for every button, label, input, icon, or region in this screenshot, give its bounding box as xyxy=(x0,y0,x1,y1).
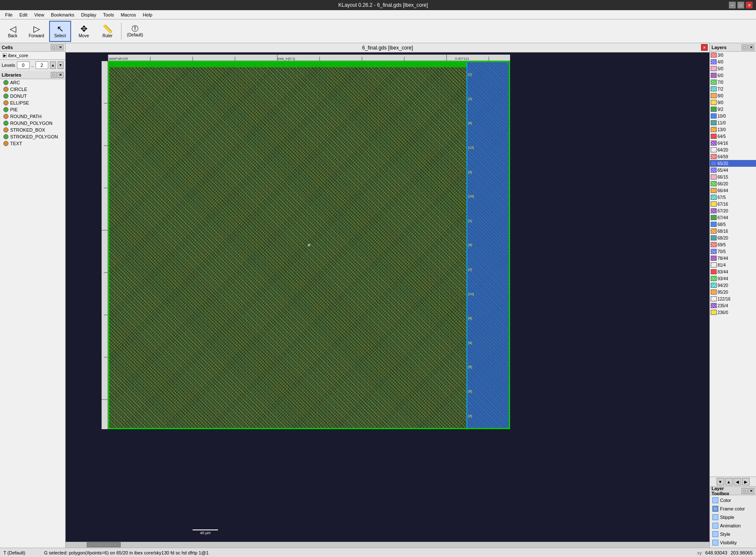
layer-item-68-16[interactable]: 68/16 xyxy=(710,228,756,234)
lib-item-text[interactable]: TEXT xyxy=(0,140,65,147)
menu-edit[interactable]: Edit xyxy=(16,11,31,18)
scrollbar-thumb[interactable] xyxy=(87,542,121,547)
layer-item-236-0[interactable]: 236/0 xyxy=(710,309,756,316)
layer-item-67-20[interactable]: 67/20 xyxy=(710,207,756,214)
layer-item-66-44[interactable]: 66/44 xyxy=(710,187,756,194)
forward-button[interactable]: ▷ Forward xyxy=(25,21,47,42)
layer-item-235-4[interactable]: 235/4 xyxy=(710,302,756,309)
cells-expand-btn[interactable]: □ xyxy=(51,44,57,50)
lib-item-pie[interactable]: PIE xyxy=(0,106,65,113)
layer-item-9-0[interactable]: 9/0 xyxy=(710,99,756,106)
menu-help[interactable]: Help xyxy=(139,11,156,18)
layer-item-64-5[interactable]: 64/5 xyxy=(710,133,756,140)
layer-item-67-5[interactable]: 67/5 xyxy=(710,194,756,201)
layer-label-64-5: 64/5 xyxy=(717,134,726,139)
layer-item-70-5[interactable]: 70/5 xyxy=(710,248,756,255)
levels-from-input[interactable] xyxy=(17,61,30,69)
cells-close-btn[interactable]: ✕ xyxy=(58,44,63,50)
layer-item-7-2[interactable]: 7/2 xyxy=(710,85,756,92)
layer-item-94-20[interactable]: 94/20 xyxy=(710,282,756,289)
default-button[interactable]: Ⓣ (Default) xyxy=(124,21,146,42)
layer-item-67-44[interactable]: 67/44 xyxy=(710,214,756,221)
layer-item-64-59[interactable]: 64/59 xyxy=(710,153,756,160)
lib-item-round-polygon[interactable]: ROUND_POLYGON xyxy=(0,120,65,127)
levels-to-input[interactable] xyxy=(36,61,48,69)
cell-ibex-core[interactable]: ▶ ibex_core xyxy=(2,52,63,58)
layer-item-78-44[interactable]: 78/44 xyxy=(710,255,756,262)
layer-item-65-44[interactable]: 65/44 xyxy=(710,167,756,174)
layer-item-122-16[interactable]: 122/16 xyxy=(710,295,756,302)
levels-spin-up[interactable]: ▲ xyxy=(50,61,56,69)
scroll-right-btn[interactable]: ▶ xyxy=(742,478,750,485)
layer-item-8-0[interactable]: 8/0 xyxy=(710,92,756,99)
menu-macros[interactable]: Macros xyxy=(117,11,139,18)
layer-item-67-16[interactable]: 67/16 xyxy=(710,201,756,207)
layer-tool-style[interactable]: Style xyxy=(711,530,755,538)
layer-item-13-0[interactable]: 13/0 xyxy=(710,126,756,133)
lib-item-stroked-box[interactable]: STROKED_BOX xyxy=(0,127,65,133)
layer-item-10-0[interactable]: 10/0 xyxy=(710,113,756,119)
move-button[interactable]: ✥ Move xyxy=(73,21,95,42)
menu-tools[interactable]: Tools xyxy=(99,11,117,18)
layer-item-68-5[interactable]: 68/5 xyxy=(710,221,756,228)
layer-tool-animation[interactable]: Animation xyxy=(711,521,755,530)
layer-item-83-44[interactable]: 83/44 xyxy=(710,268,756,275)
menu-view[interactable]: View xyxy=(31,11,48,18)
lib-item-circle[interactable]: CIRCLE xyxy=(0,86,65,93)
scroll-down-btn[interactable]: ▼ xyxy=(717,478,724,485)
back-button[interactable]: ◁ Back xyxy=(2,21,24,42)
scroll-up-btn[interactable]: ▲ xyxy=(725,478,733,485)
menu-bookmarks[interactable]: Bookmarks xyxy=(47,11,77,18)
layer-item-66-20[interactable]: 66/20 xyxy=(710,180,756,187)
lib-item-donut[interactable]: DONUT xyxy=(0,93,65,99)
levels-spin-down[interactable]: ▼ xyxy=(58,61,63,69)
layer-item-5-0[interactable]: 5/0 xyxy=(710,65,756,72)
layer-item-3-0[interactable]: 3/0 xyxy=(710,52,756,58)
lib-item-stroked-polygon[interactable]: STROKED_POLYGON xyxy=(0,133,65,140)
minimize-button[interactable]: − xyxy=(729,2,736,8)
layers-expand-btn[interactable]: □ xyxy=(742,44,748,50)
layer-toolbox-close-btn[interactable]: ✕ xyxy=(748,488,754,494)
layer-item-7-0[interactable]: 7/0 xyxy=(710,79,756,85)
lib-label-pie: PIE xyxy=(10,107,18,112)
layer-item-64-20[interactable]: 64/20 xyxy=(710,146,756,153)
ruler-button[interactable]: 📏 Ruler xyxy=(97,21,119,42)
layer-item-64-16[interactable]: 64/16 xyxy=(710,140,756,146)
layers-close-btn[interactable]: ✕ xyxy=(748,44,754,50)
lib-item-arc[interactable]: ARC xyxy=(0,79,65,86)
scroll-left-btn[interactable]: ◀ xyxy=(734,478,741,485)
layer-item-66-15[interactable]: 66/15 xyxy=(710,174,756,180)
canvas-viewport[interactable]: dataPath100 data_in[0:1] 0.007121 xyxy=(66,52,709,548)
layer-item-95-20[interactable]: 95/20 xyxy=(710,289,756,295)
layer-item-9-2[interactable]: 9/2 xyxy=(710,106,756,113)
layer-tool-frame-color[interactable]: Frame color xyxy=(711,505,755,513)
close-button[interactable]: ✕ xyxy=(746,2,753,8)
layer-tool-color[interactable]: Color xyxy=(711,496,755,505)
maximize-button[interactable]: □ xyxy=(737,2,744,8)
select-button[interactable]: ↖ Select xyxy=(49,21,71,42)
title-bar: KLayout 0.26.2 - 6_final.gds [ibex_core]… xyxy=(0,0,756,10)
libraries-close-btn[interactable]: ✕ xyxy=(58,72,63,78)
horizontal-scrollbar[interactable] xyxy=(66,542,709,548)
menu-file[interactable]: File xyxy=(2,11,16,18)
layer-tool-swatch-animation xyxy=(712,523,718,529)
cell-expand-icon[interactable]: ▶ xyxy=(3,53,7,58)
chip-design-canvas[interactable]: [1] [2] [0] [12] [3] [10] [1] [9] [2] [1… xyxy=(108,61,510,429)
layer-item-65-20[interactable]: 65/20 xyxy=(710,160,756,167)
layer-label-65-20: 65/20 xyxy=(717,161,728,166)
menu-display[interactable]: Display xyxy=(77,11,99,18)
layer-item-4-0[interactable]: 4/0 xyxy=(710,58,756,65)
layer-item-6-0[interactable]: 6/0 xyxy=(710,72,756,79)
layer-tool-visibility[interactable]: Visibility xyxy=(711,538,755,547)
layer-item-68-20[interactable]: 68/20 xyxy=(710,234,756,241)
canvas-close-button[interactable]: ✕ xyxy=(701,44,708,51)
layer-item-69-5[interactable]: 69/5 xyxy=(710,241,756,248)
libraries-expand-btn[interactable]: □ xyxy=(51,72,57,78)
layer-tool-stipple[interactable]: Stipple xyxy=(711,513,755,521)
layer-item-11-0[interactable]: 11/0 xyxy=(710,119,756,126)
lib-item-ellipse[interactable]: ELLIPSE xyxy=(0,99,65,106)
layer-toolbox-expand-btn[interactable]: □ xyxy=(742,488,748,494)
layer-item-81-4[interactable]: 81/4 xyxy=(710,262,756,268)
layer-item-93-44[interactable]: 93/44 xyxy=(710,275,756,282)
lib-item-round-path[interactable]: ROUND_PATH xyxy=(0,113,65,120)
